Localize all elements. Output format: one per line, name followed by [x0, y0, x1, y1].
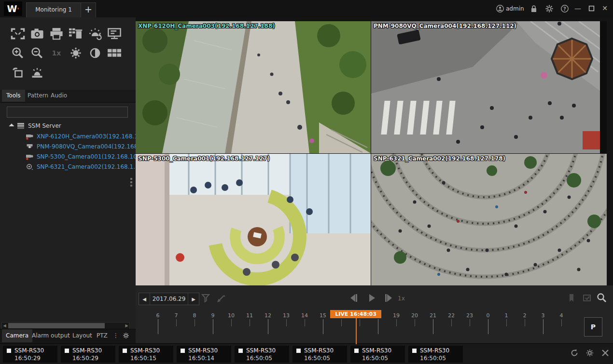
tree-node-camera[interactable]: XNP-6120H_Camera003(192.168.1. — [0, 132, 136, 142]
event-time: 16:50:05 — [304, 355, 330, 362]
tab-alarm-output[interactable]: Alarm output — [28, 329, 74, 342]
step-forward-icon[interactable] — [383, 292, 395, 304]
playback-speed-label: 1x — [398, 295, 405, 302]
zoom-1x-icon[interactable]: 1x — [48, 46, 65, 60]
event-square-icon — [181, 349, 185, 353]
filter-icon[interactable] — [199, 292, 212, 304]
settings-gear-icon[interactable] — [544, 4, 554, 13]
expand-arrow-icon[interactable] — [9, 123, 14, 129]
event-status-bar: SSM-RS3016:50:29 SSM-RS3016:50:29 SSM-RS… — [0, 343, 613, 364]
event-source: SSM-RS30 — [14, 347, 44, 354]
refresh-icon[interactable] — [570, 348, 579, 358]
add-tab-button[interactable]: + — [81, 2, 96, 18]
snapshot-icon[interactable] — [29, 27, 45, 40]
event-cell[interactable]: SSM-RS3016:50:15 — [119, 346, 173, 363]
video-tile-1[interactable]: XNP-6120H_Camera003(192.168.127.188) — [136, 21, 371, 153]
instant-viewer-icon[interactable] — [10, 66, 26, 80]
scrollbar-thumb[interactable] — [8, 323, 105, 328]
minimize-button[interactable]: — — [572, 4, 583, 13]
statusbar-close-icon[interactable] — [600, 348, 610, 358]
tab-ptz[interactable]: PTZ — [93, 329, 111, 342]
scroll-left-arrow[interactable]: ◀ — [2, 323, 7, 328]
export-icon[interactable] — [581, 292, 593, 304]
sidebar-horizontal-scrollbar[interactable]: ◀ ▶ — [1, 322, 130, 329]
event-cell[interactable]: SSM-RS3016:50:05 — [408, 346, 463, 363]
close-button[interactable]: ✕ — [599, 4, 610, 13]
bookmark-icon[interactable] — [565, 292, 578, 304]
statusbar-gear-icon[interactable] — [585, 348, 595, 358]
panel-settings-gear-icon[interactable] — [122, 332, 130, 340]
tree-node-camera[interactable]: SNP-6321_Camera002(192.168.1.1 — [0, 162, 136, 172]
timeline-ruler[interactable]: LIVE 16:48:03 67891011121314151617181920… — [136, 312, 613, 343]
zoom-out-icon[interactable] — [29, 46, 45, 60]
clear-layout-icon[interactable] — [68, 27, 84, 40]
tree-search-input[interactable] — [7, 107, 127, 117]
server-icon — [16, 122, 25, 130]
video-tile-3[interactable]: SNP-5300_Camera001(192.168.127.127) — [136, 154, 371, 285]
event-cell[interactable]: SSM-RS3016:50:29 — [61, 346, 115, 363]
brightness-icon[interactable] — [68, 46, 84, 60]
timeline-tick — [305, 319, 305, 326]
prev-day-arrow[interactable]: ◀ — [139, 297, 150, 302]
user-icon — [495, 4, 505, 13]
tab-tools[interactable]: Tools — [2, 90, 25, 102]
timeline-playhead[interactable] — [356, 318, 357, 344]
print-icon[interactable] — [48, 27, 65, 40]
tab-pattern-label: Pattern — [28, 92, 48, 99]
tab-tools-label: Tools — [6, 92, 21, 99]
scroll-right-arrow[interactable]: ▶ — [124, 323, 129, 328]
contrast-icon[interactable] — [87, 46, 103, 60]
video-feed-canal — [136, 21, 371, 153]
event-refresh-icon[interactable] — [87, 27, 103, 40]
help-icon[interactable]: ? — [560, 4, 570, 13]
video-tile-2[interactable]: PNM-9080VQ_Camera004(192.168.127.112) — [371, 21, 607, 153]
event-time: 16:50:15 — [130, 355, 156, 362]
timeline-tick — [231, 319, 232, 326]
timeline-tick — [341, 319, 342, 326]
event-source: SSM-RS30 — [420, 347, 449, 354]
event-cell[interactable]: SSM-RS3016:50:14 — [177, 346, 231, 363]
workspace-tab-monitoring1[interactable]: Monitoring 1 — [26, 2, 81, 18]
play-icon[interactable] — [365, 292, 378, 304]
timeline-zoom-icon[interactable] — [595, 292, 608, 304]
lock-icon[interactable] — [529, 4, 539, 13]
layout-grid-icon[interactable] — [106, 46, 123, 60]
event-source: SSM-RS30 — [72, 347, 102, 354]
timeline-hour-label: 20 — [409, 312, 420, 319]
timeline-hour-label: 22 — [446, 312, 457, 319]
zoom-in-icon[interactable] — [10, 46, 26, 60]
event-cell[interactable]: SSM-RS3016:50:05 — [350, 346, 405, 363]
tree-node-camera[interactable]: SNP-5300_Camera001(192.168.10 — [0, 152, 136, 162]
next-day-arrow[interactable]: ▶ — [188, 297, 199, 302]
ptz-camera-icon — [26, 133, 34, 140]
tree-node-camera[interactable]: PNM-9080VQ_Camera004(192.168 — [0, 142, 136, 152]
date-value[interactable]: 2017.06.29 — [150, 293, 188, 305]
preset-p-button[interactable]: P — [584, 317, 602, 337]
event-time: 16:50:29 — [72, 355, 98, 362]
video-feed-street — [371, 21, 607, 153]
logo-text: W — [7, 3, 17, 14]
ptz-camera-icon — [26, 153, 34, 161]
step-backward-icon[interactable] — [347, 292, 360, 304]
osd-display-icon[interactable] — [106, 27, 123, 40]
add-tab-label: + — [84, 4, 92, 14]
fullscreen-icon[interactable] — [10, 27, 26, 40]
tree-node-server[interactable]: SSM Server — [0, 121, 136, 131]
timeline-hour-label: 23 — [464, 312, 475, 319]
maximize-button[interactable] — [586, 4, 597, 13]
timeline-hour-label: 2 — [519, 312, 530, 319]
timeline-tick — [360, 319, 360, 326]
edit-pencil-icon[interactable] — [215, 292, 228, 304]
tab-layout[interactable]: Layout — [69, 329, 96, 342]
more-tabs-icon[interactable]: ⋮ — [109, 329, 123, 342]
alarm-beacon-icon[interactable] — [29, 66, 45, 80]
tab-alarm-output-label: Alarm output — [32, 332, 70, 339]
event-cell[interactable]: SSM-RS3016:50:29 — [3, 346, 57, 363]
tab-audio[interactable]: Audio — [46, 90, 71, 102]
timeline-tick — [433, 319, 433, 334]
video-tile-4[interactable]: SNP-6321_Camera002(192.168.127.178) — [371, 154, 607, 285]
zoom-1x-label: 1x — [52, 49, 61, 57]
event-cell[interactable]: SSM-RS3016:50:05 — [235, 346, 289, 363]
event-cell[interactable]: SSM-RS3016:50:05 — [293, 346, 347, 363]
panel-splitter-handle[interactable] — [129, 176, 133, 189]
